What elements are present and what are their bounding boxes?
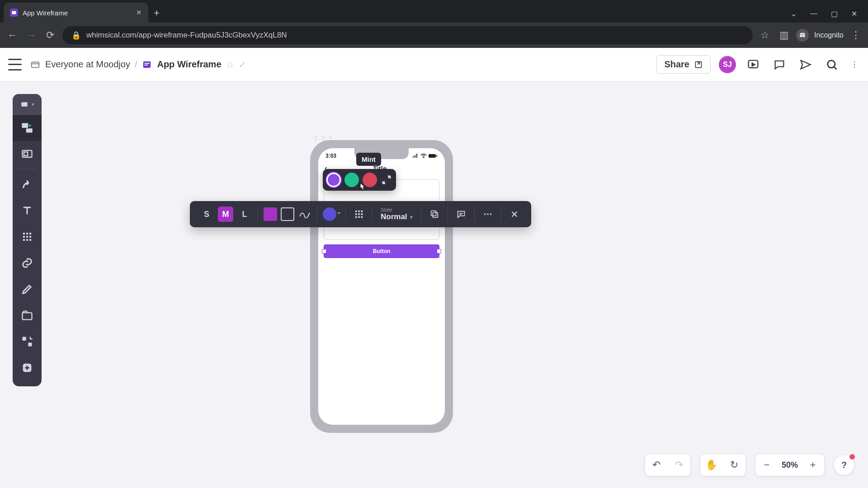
phone-button-label: Button: [373, 248, 391, 254]
menu-button[interactable]: [8, 59, 22, 70]
expand-colors-icon[interactable]: [381, 174, 392, 186]
svg-rect-40: [431, 211, 436, 216]
share-button[interactable]: Share: [656, 55, 711, 74]
tool-components[interactable]: [13, 328, 42, 355]
browser-toolbar: ← → ⟳ 🔒 whimsical.com/app-wireframe-Fudp…: [0, 23, 868, 48]
battery-icon: [429, 154, 438, 158]
state-label: State: [381, 207, 413, 212]
color-swatch-purple[interactable]: [326, 173, 341, 187]
notification-dot: [849, 454, 855, 460]
user-avatar[interactable]: SJ: [719, 56, 736, 73]
style-outline-button[interactable]: [281, 207, 294, 221]
svg-rect-36: [355, 216, 357, 218]
window-minimize-icon[interactable]: —: [810, 9, 817, 18]
style-text-button[interactable]: [298, 207, 311, 221]
resize-handle-left[interactable]: [322, 249, 326, 253]
window-controls: ⌄ — ▢ ✕: [791, 9, 868, 23]
svg-rect-26: [28, 343, 32, 346]
board-name[interactable]: App Wireframe: [157, 59, 221, 70]
svg-point-22: [26, 239, 28, 241]
nav-forward-icon[interactable]: →: [24, 29, 38, 41]
tool-section[interactable]: [13, 302, 42, 328]
nav-reload-icon[interactable]: ⟳: [43, 29, 57, 41]
app-more-icon[interactable]: ⋮: [849, 56, 860, 74]
svg-rect-12: [26, 128, 33, 132]
tool-link[interactable]: [13, 250, 42, 276]
new-tab-icon[interactable]: +: [154, 7, 160, 23]
tool-grid[interactable]: [13, 224, 42, 250]
undo-button[interactable]: ↶: [645, 454, 668, 476]
search-icon[interactable]: [823, 56, 841, 74]
svg-rect-11: [22, 123, 28, 128]
svg-point-20: [29, 236, 32, 238]
hand-tool-button[interactable]: ✋: [700, 454, 723, 476]
svg-point-21: [23, 239, 25, 241]
size-small-button[interactable]: S: [199, 206, 214, 222]
svg-rect-6: [145, 65, 148, 66]
browser-tab[interactable]: App Wireframe ✕: [4, 3, 148, 23]
svg-rect-29: [436, 155, 437, 157]
svg-point-16: [26, 233, 28, 235]
svg-rect-39: [433, 212, 438, 217]
svg-rect-5: [145, 63, 150, 64]
phone-button-mock[interactable]: Button: [324, 244, 439, 258]
wifi-icon: [420, 154, 427, 158]
redo-button[interactable]: ↷: [668, 454, 690, 476]
phone-time: 3:03: [326, 153, 336, 159]
send-icon[interactable]: [797, 56, 815, 74]
incognito-icon[interactable]: [796, 29, 809, 42]
tab-close-icon[interactable]: ✕: [136, 9, 142, 17]
tool-connector[interactable]: [13, 171, 42, 197]
tool-frame[interactable]: [13, 141, 42, 167]
canvas[interactable]: ▾ ⋮⋮⋮ 3:03 ‹ Title: [0, 81, 868, 488]
history-button[interactable]: ↻: [723, 454, 745, 476]
resize-handle-right[interactable]: [437, 249, 441, 253]
nav-back-icon[interactable]: ←: [5, 29, 19, 41]
close-toolbar-button[interactable]: [507, 206, 522, 222]
svg-rect-28: [429, 154, 436, 158]
tabs-dropdown-icon[interactable]: ⌄: [791, 9, 797, 18]
svg-point-23: [29, 239, 32, 241]
workspace-icon: [30, 59, 41, 70]
state-value: Normal: [381, 212, 407, 221]
svg-rect-14: [24, 152, 28, 155]
present-icon[interactable]: [744, 56, 762, 74]
phone-status-icons: [412, 154, 438, 158]
tool-add[interactable]: [13, 355, 42, 381]
breadcrumb: Everyone at Moodjoy / App Wireframe ☆ ✓: [30, 59, 246, 70]
size-medium-button[interactable]: M: [218, 206, 233, 222]
workspace-name[interactable]: Everyone at Moodjoy: [45, 59, 130, 70]
zoom-out-button[interactable]: −: [755, 454, 778, 476]
browser-menu-icon[interactable]: ⋮: [849, 29, 863, 41]
window-maximize-icon[interactable]: ▢: [831, 9, 838, 18]
share-icon: [694, 60, 703, 69]
tool-mode-selector[interactable]: ▾: [13, 94, 42, 115]
bookmark-star-icon[interactable]: ☆: [758, 29, 772, 41]
duplicate-button[interactable]: [427, 206, 442, 222]
style-filled-button[interactable]: [264, 207, 277, 221]
window-close-icon[interactable]: ✕: [851, 9, 857, 18]
size-large-button[interactable]: L: [237, 206, 252, 222]
color-tooltip: Mint: [356, 153, 381, 166]
breadcrumb-separator: /: [135, 59, 137, 70]
comments-icon[interactable]: [770, 56, 788, 74]
color-picker-button[interactable]: [323, 207, 336, 221]
incognito-label: Incognito: [814, 31, 844, 39]
svg-rect-30: [355, 211, 357, 212]
svg-rect-33: [355, 213, 357, 215]
state-selector[interactable]: State Normal▾: [378, 207, 415, 221]
tool-text[interactable]: [13, 197, 42, 224]
favorite-star-icon[interactable]: ☆: [226, 59, 234, 70]
tool-pencil[interactable]: [13, 276, 42, 302]
tool-wireframe[interactable]: [13, 115, 42, 141]
zoom-in-button[interactable]: +: [802, 454, 824, 476]
comment-button[interactable]: [453, 206, 469, 222]
site-lock-icon[interactable]: 🔒: [71, 31, 81, 40]
svg-rect-0: [12, 11, 16, 14]
icon-picker-button[interactable]: [351, 206, 367, 222]
more-options-button[interactable]: [480, 206, 495, 222]
reader-icon[interactable]: ▥: [777, 29, 791, 41]
zoom-value[interactable]: 50%: [778, 460, 802, 470]
address-bar[interactable]: 🔒 whimsical.com/app-wireframe-Fudpau5J3c…: [62, 26, 753, 44]
help-button[interactable]: ?: [834, 455, 854, 475]
